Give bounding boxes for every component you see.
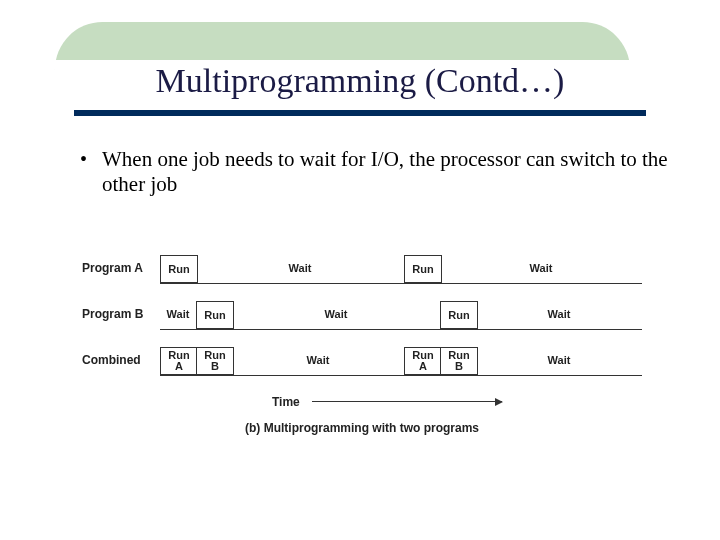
- timeline-track: RunWaitRunWait: [160, 255, 642, 284]
- accent-bar: [74, 110, 646, 116]
- wait-segment: Wait: [196, 255, 404, 281]
- time-axis-row: Time: [82, 393, 642, 415]
- run-segment: RunA: [404, 347, 442, 375]
- wait-segment: Wait: [160, 301, 196, 327]
- timeline-row: CombinedRunARunBWaitRunARunBWait: [82, 347, 642, 381]
- timeline-row-label: Program B: [82, 307, 143, 321]
- timeline-row: Program BWaitRunWaitRunWait: [82, 301, 642, 335]
- run-segment: RunB: [440, 347, 478, 375]
- bullet-marker: •: [80, 147, 102, 171]
- time-axis-label: Time: [272, 395, 300, 409]
- slide: Multiprogramming (Contd…) • When one job…: [0, 0, 720, 540]
- bullet-row: • When one job needs to wait for I/O, th…: [80, 147, 680, 197]
- timing-diagram: Program ARunWaitRunWaitProgram BWaitRunW…: [82, 255, 642, 435]
- run-segment: Run: [196, 301, 234, 329]
- bullet-text: When one job needs to wait for I/O, the …: [102, 147, 680, 197]
- wait-segment: Wait: [232, 301, 440, 327]
- run-segment: Run: [440, 301, 478, 329]
- diagram-caption: (b) Multiprogramming with two programs: [82, 421, 642, 435]
- wait-segment: Wait: [476, 347, 642, 373]
- timeline-row-label: Program A: [82, 261, 143, 275]
- slide-title: Multiprogramming (Contd…): [0, 62, 720, 100]
- wait-segment: Wait: [476, 301, 642, 327]
- timeline-row: Program ARunWaitRunWait: [82, 255, 642, 289]
- run-segment: RunA: [160, 347, 198, 375]
- timeline-track: WaitRunWaitRunWait: [160, 301, 642, 330]
- run-segment: RunB: [196, 347, 234, 375]
- wait-segment: Wait: [440, 255, 642, 281]
- timeline-row-label: Combined: [82, 353, 141, 367]
- time-axis-arrow: [312, 401, 502, 402]
- run-segment: Run: [160, 255, 198, 283]
- wait-segment: Wait: [232, 347, 404, 373]
- run-segment: Run: [404, 255, 442, 283]
- timeline-track: RunARunBWaitRunARunBWait: [160, 347, 642, 376]
